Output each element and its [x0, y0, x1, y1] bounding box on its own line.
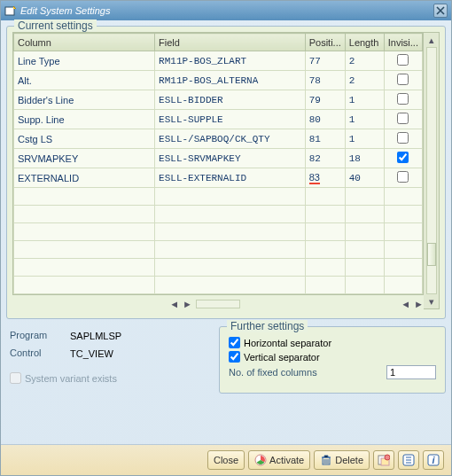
cell-invisible[interactable] — [384, 90, 422, 110]
settings-grid: Column Field Positi... Length Invisi... … — [12, 32, 424, 295]
variant-icon — [378, 454, 390, 466]
cell-field[interactable]: ESLL-/SAPBOQ/CK_QTY — [155, 129, 306, 149]
table-row[interactable] — [14, 206, 423, 223]
info-button[interactable]: i — [423, 450, 444, 470]
cell-position[interactable]: 81 — [305, 129, 345, 149]
cell-column[interactable]: SRVMAPKEY — [14, 149, 155, 168]
col-header-field[interactable]: Field — [155, 34, 306, 51]
vscroll-thumb[interactable] — [427, 243, 436, 266]
cell-position[interactable]: 83 — [305, 168, 345, 188]
vscroll-down-arrow[interactable]: ▾ — [426, 296, 437, 307]
cell-length[interactable]: 1 — [345, 110, 384, 129]
cell-invisible[interactable] — [384, 51, 422, 71]
cell-field[interactable]: ESLL-BIDDER — [155, 90, 306, 110]
cell-length[interactable]: 1 — [345, 90, 384, 110]
table-row[interactable]: Alt.RM11P-BOS_ALTERNA782 — [14, 71, 423, 90]
table-row[interactable] — [14, 188, 423, 206]
vertical-separator-label: Vertical separator — [244, 352, 320, 363]
cell-length[interactable]: 40 — [345, 168, 384, 188]
control-label: Control — [10, 347, 66, 360]
grid-header-row: Column Field Positi... Length Invisi... — [14, 34, 423, 51]
cell-position[interactable]: 79 — [305, 90, 345, 110]
invisible-checkbox[interactable] — [397, 171, 409, 183]
cell-field[interactable]: ESLL-SRVMAPKEY — [155, 149, 306, 168]
trash-icon — [320, 454, 332, 466]
titlebar: Edit System Settings — [1, 1, 451, 20]
cell-position[interactable]: 78 — [305, 71, 345, 90]
hscroll-left-arrow-2[interactable]: ◄ — [401, 299, 410, 309]
invisible-checkbox[interactable] — [397, 132, 409, 144]
invisible-checkbox[interactable] — [397, 152, 409, 163]
vscroll-track[interactable] — [426, 47, 437, 294]
cell-field[interactable]: ESLL-SUPPLE — [155, 110, 306, 129]
info-icon: i — [427, 454, 440, 466]
current-settings-legend: Current settings — [14, 20, 97, 32]
table-row[interactable] — [14, 259, 423, 277]
cell-position[interactable]: 77 — [305, 51, 345, 71]
cell-invisible[interactable] — [384, 129, 422, 149]
table-row[interactable]: Line TypeRM11P-BOS_ZLART772 — [14, 51, 423, 71]
col-header-length[interactable]: Length — [345, 34, 384, 51]
hscroll-left-arrow[interactable]: ◄ — [169, 299, 179, 309]
table-row[interactable]: Supp. LineESLL-SUPPLE801 — [14, 110, 423, 129]
cell-invisible[interactable] — [384, 149, 422, 168]
hscroll-right-arrow-2[interactable]: ► — [414, 299, 424, 309]
cell-field[interactable]: ESLL-EXTERNALID — [155, 168, 306, 188]
cell-invisible[interactable] — [384, 71, 422, 90]
hscroll-track[interactable] — [196, 300, 240, 308]
col-header-invisible[interactable]: Invisi... — [384, 34, 422, 51]
cell-length[interactable]: 1 — [345, 129, 384, 149]
cell-column[interactable]: Supp. Line — [14, 110, 155, 129]
table-row[interactable]: SRVMAPKEYESLL-SRVMAPKEY8218 — [14, 149, 423, 168]
window: Edit System Settings Current settings Co… — [0, 0, 452, 476]
info-left: Program SAPLMLSP Control TC_VIEW System … — [6, 326, 210, 401]
variant-button[interactable] — [373, 450, 394, 470]
delete-button[interactable]: Delete — [314, 450, 370, 470]
window-close-button[interactable] — [433, 4, 448, 18]
close-button[interactable]: Close — [207, 450, 245, 470]
hscroll-right-arrow[interactable]: ► — [183, 299, 192, 309]
cell-length[interactable]: 2 — [345, 71, 384, 90]
vertical-separator-checkbox[interactable] — [229, 351, 240, 363]
activate-button[interactable]: Activate — [248, 450, 310, 470]
program-value: SAPLMLSP — [66, 330, 155, 342]
col-header-column[interactable]: Column — [14, 34, 155, 51]
cell-position[interactable]: 80 — [305, 110, 345, 129]
cell-field[interactable]: RM11P-BOS_ALTERNA — [155, 71, 306, 90]
cell-column[interactable]: Bidder's Line — [14, 90, 155, 110]
further-settings-group: Further settings Horizontal separator Ve… — [219, 326, 446, 394]
program-label: Program — [10, 330, 66, 342]
cell-length[interactable]: 18 — [345, 149, 384, 168]
table-row[interactable] — [14, 241, 423, 259]
cell-column[interactable]: Line Type — [14, 51, 155, 71]
current-settings-group: Current settings Column Field Positi... … — [6, 26, 446, 319]
cell-length[interactable]: 2 — [345, 51, 384, 71]
admin-icon — [402, 454, 415, 466]
cell-column[interactable]: Alt. — [14, 71, 155, 90]
vscroll-up-arrow[interactable]: ▴ — [426, 35, 437, 45]
activate-button-label: Activate — [269, 455, 304, 465]
invisible-checkbox[interactable] — [397, 54, 409, 66]
svg-point-5 — [385, 455, 390, 460]
cell-column[interactable]: EXTERNALID — [14, 168, 155, 188]
horizontal-separator-checkbox[interactable] — [229, 337, 240, 348]
fixed-columns-input[interactable] — [386, 365, 436, 379]
invisible-checkbox[interactable] — [397, 93, 409, 105]
table-row[interactable]: Bidder's LineESLL-BIDDER791 — [14, 90, 423, 110]
system-variant-label: System variant exists — [25, 373, 117, 384]
invisible-checkbox[interactable] — [397, 113, 409, 124]
admin-button[interactable] — [398, 450, 419, 470]
table-row[interactable]: EXTERNALIDESLL-EXTERNALID8340 — [14, 168, 423, 188]
further-settings-legend: Further settings — [227, 320, 308, 332]
table-row[interactable] — [14, 277, 423, 294]
cell-column[interactable]: Cstg LS — [14, 129, 155, 149]
cell-invisible[interactable] — [384, 168, 422, 188]
invisible-checkbox[interactable] — [397, 74, 409, 85]
col-header-position[interactable]: Positi... — [305, 34, 345, 51]
cell-field[interactable]: RM11P-BOS_ZLART — [155, 51, 306, 71]
cell-position[interactable]: 82 — [305, 149, 345, 168]
table-row[interactable] — [14, 223, 423, 241]
table-row[interactable]: Cstg LSESLL-/SAPBOQ/CK_QTY811 — [14, 129, 423, 149]
control-value: TC_VIEW — [66, 347, 155, 360]
cell-invisible[interactable] — [384, 110, 422, 129]
